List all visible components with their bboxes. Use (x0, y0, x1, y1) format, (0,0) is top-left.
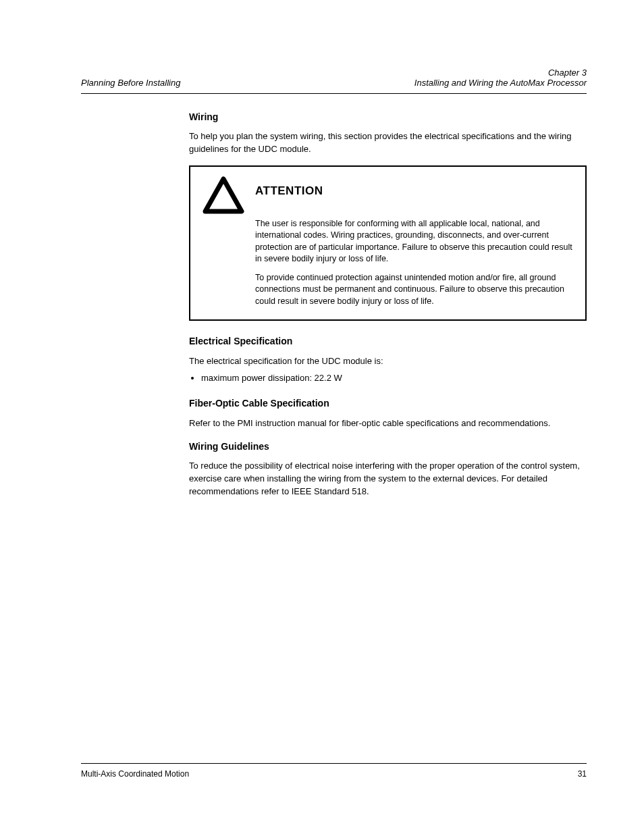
footer-rule (81, 763, 587, 764)
page-header: Planning Before Installing Chapter 3 Ins… (81, 68, 587, 92)
content-column: Wiring To help you plan the system wirin… (189, 110, 587, 498)
attention-head: ATTENTION (203, 176, 573, 214)
spec-bullet: maximum power dissipation: 22.2 W (201, 372, 587, 385)
header-rule (81, 93, 587, 94)
header-right-line2: Installing and Wiring the AutoMax Proces… (414, 78, 587, 88)
attention-p2: To provide continued protection against … (255, 272, 573, 308)
page: Planning Before Installing Chapter 3 Ins… (0, 0, 644, 834)
fiber-heading: Fiber-Optic Cable Specification (189, 396, 587, 410)
attention-box: ATTENTION The user is responsible for co… (189, 165, 587, 321)
fiber-text: Refer to the PMI instruction manual for … (189, 417, 587, 430)
guidelines-heading: Wiring Guidelines (189, 440, 587, 453)
footer-page-number: 31 (578, 769, 587, 779)
triangle-warning-icon (203, 176, 244, 214)
header-left: Planning Before Installing (81, 78, 180, 88)
header-right-line1: Chapter 3 (414, 68, 587, 78)
spec-heading: Electrical Specification (189, 334, 587, 348)
guidelines-text: To reduce the possibility of electrical … (189, 460, 587, 498)
spec-text: The electrical specification for the UDC… (189, 355, 587, 368)
section-intro: To help you plan the system wiring, this… (189, 130, 587, 156)
section-title: Wiring (189, 110, 587, 124)
footer-row: Multi-Axis Coordinated Motion 31 (81, 769, 587, 779)
footer-left: Multi-Axis Coordinated Motion (81, 769, 189, 779)
page-footer: Multi-Axis Coordinated Motion 31 (81, 763, 587, 779)
attention-body: The user is responsible for conforming w… (255, 218, 573, 308)
attention-p1: The user is responsible for conforming w… (255, 218, 573, 265)
attention-title: ATTENTION (255, 176, 323, 199)
header-right: Chapter 3 Installing and Wiring the Auto… (414, 68, 587, 88)
spec-list: maximum power dissipation: 22.2 W (201, 372, 587, 385)
